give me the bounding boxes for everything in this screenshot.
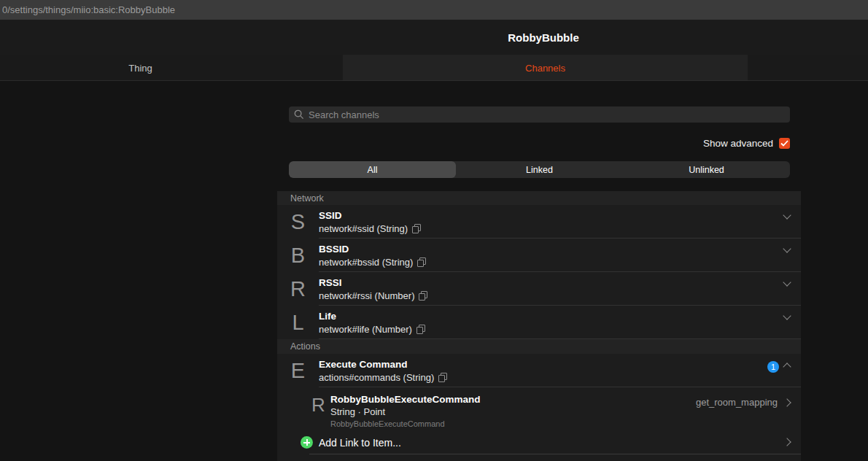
filter-segmented-control: All Linked Unlinked — [289, 161, 790, 178]
show-advanced-checkbox[interactable] — [779, 138, 790, 149]
segment-unlinked-label: Unlinked — [689, 165, 724, 175]
copy-icon[interactable] — [438, 373, 447, 382]
tab-thing-label: Thing — [128, 63, 152, 74]
channel-text: SSID network#ssid (String) — [319, 209, 801, 235]
channel-id: network#rssi (Number) — [319, 290, 414, 302]
section-title: Actions — [290, 341, 320, 352]
chevron-down-icon[interactable] — [783, 311, 791, 319]
section-title: Network — [290, 193, 324, 204]
channel-title: BSSID — [319, 243, 801, 256]
segment-unlinked[interactable]: Unlinked — [623, 161, 790, 178]
navbar: RobbyBubble — [0, 20, 868, 55]
channel-title: RSSI — [319, 276, 801, 290]
tab-bar: Thing Channels — [0, 55, 868, 81]
channel-title: Life — [319, 310, 801, 323]
channel-row-bssid[interactable]: B BSSID network#bssid (String) — [277, 239, 801, 272]
tab-channels[interactable]: Channels — [343, 55, 748, 81]
address-bar[interactable]: 0/settings/things/miio:basic:RobbyBubble — [0, 0, 868, 20]
copy-icon[interactable] — [419, 291, 427, 301]
copy-icon[interactable] — [417, 257, 426, 267]
channel-row-execute-command[interactable]: E Execute Command actions#commands (Stri… — [277, 354, 801, 387]
add-link-label: Add Link to Item... — [319, 437, 401, 449]
chevron-down-icon[interactable] — [783, 244, 791, 252]
linked-count-badge: 1 — [767, 361, 779, 373]
tab-thing[interactable]: Thing — [0, 55, 343, 81]
chevron-right-icon[interactable] — [783, 398, 791, 406]
channel-initial: B — [277, 245, 319, 266]
segment-linked[interactable]: Linked — [456, 161, 623, 178]
channel-initial: S — [277, 212, 319, 233]
chevron-down-icon[interactable] — [783, 278, 791, 286]
copy-icon[interactable] — [412, 224, 421, 233]
add-plus-icon — [301, 436, 313, 449]
channel-id: network#ssid (String) — [319, 222, 408, 235]
linked-item-profile: get_room_mapping — [696, 397, 778, 408]
add-link-to-item-row[interactable]: Add Link to Item... — [277, 430, 801, 454]
search-bar[interactable] — [289, 106, 790, 123]
segment-all[interactable]: All — [289, 161, 456, 178]
checkmark-icon — [780, 140, 788, 147]
section-header-actions: Actions — [277, 339, 801, 354]
channel-row-rssi[interactable]: R RSSI network#rssi (Number) — [277, 272, 801, 306]
channel-list: Network S SSID network#ssid (String) B B… — [277, 191, 801, 461]
search-input[interactable] — [309, 109, 785, 120]
channel-initial: L — [277, 312, 319, 333]
channel-initial: E — [277, 360, 319, 381]
channel-text: Execute Command actions#commands (String… — [319, 357, 801, 384]
linked-item-initial: R — [306, 395, 330, 430]
segment-all-label: All — [368, 165, 378, 175]
page-title: RobbyBubble — [508, 31, 579, 44]
channel-title: Execute Command — [319, 358, 801, 371]
channel-id: network#bssid (String) — [319, 256, 413, 268]
channel-row-ssid[interactable]: S SSID network#ssid (String) — [277, 205, 801, 239]
segment-linked-label: Linked — [526, 165, 553, 175]
tab-channels-label: Channels — [525, 63, 565, 74]
channel-initial: R — [277, 279, 319, 300]
channel-text: Life network#life (Number) — [319, 309, 801, 336]
show-advanced-row: Show advanced — [289, 136, 790, 150]
chevron-down-icon[interactable] — [783, 211, 791, 219]
linked-item-row[interactable]: R RobbyBubbleExecuteCommand String · Poi… — [277, 387, 801, 430]
channel-title: SSID — [319, 209, 801, 222]
channel-row-life[interactable]: L Life network#life (Number) — [277, 306, 801, 339]
copy-icon[interactable] — [416, 325, 425, 334]
channel-text: BSSID network#bssid (String) — [319, 242, 801, 268]
chevron-right-icon[interactable] — [783, 438, 791, 446]
linked-item-description: RobbyBubbleExecuteCommand — [330, 419, 801, 429]
channel-id: network#life (Number) — [319, 323, 412, 336]
channel-id: actions#commands (String) — [319, 371, 434, 384]
show-advanced-label: Show advanced — [703, 138, 773, 149]
chevron-up-icon[interactable] — [783, 363, 791, 371]
section-header-network: Network — [277, 191, 801, 205]
search-icon — [294, 109, 304, 120]
channel-text: RSSI network#rssi (Number) — [319, 276, 801, 302]
address-bar-url: 0/settings/things/miio:basic:RobbyBubble — [2, 4, 175, 15]
